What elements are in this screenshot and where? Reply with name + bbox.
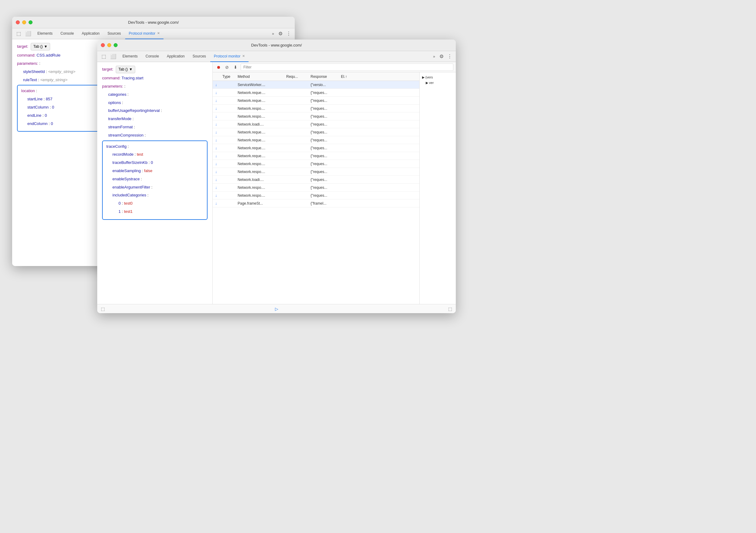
col-type: Type [221,74,236,79]
settings-icon-2[interactable]: ⚙ [438,53,446,59]
log-row-1[interactable]: ↓ Network.reque.... {"reques... [213,89,419,97]
devtools-tabs-2: ⬚ ⬜ Elements Console Application Sources… [97,51,456,62]
col-response: Response [309,74,340,79]
log-row-5[interactable]: ↓ Network.loadi.... {"reques... [213,121,419,128]
preview-content: ▶ {vers ▶ ver [422,75,453,85]
enableargumentfilter-param: enableArgumentFilter : [112,184,203,191]
main-content-2: target: Tab () ▼ command: Tracing.start … [97,62,456,304]
send-icon[interactable]: ▷ [275,306,278,311]
cat-0-param: 0 : test0 [119,200,203,207]
device-icon-1[interactable]: ⬜ [23,31,33,37]
log-row-15[interactable]: ↓ Page.frameSt... {"frameI... [213,199,419,207]
tab-console-1[interactable]: Console [57,28,77,39]
tab-elements-1[interactable]: Elements [34,28,56,39]
target-select-2[interactable]: Tab () ▼ [116,66,136,73]
minimize-button-2[interactable] [107,43,111,47]
more-tabs-icon-1[interactable]: » [270,32,276,36]
log-row-8[interactable]: ↓ Network.reque.... {"reques... [213,144,419,152]
log-row-9[interactable]: ↓ Network.reque.... {"reques... [213,152,419,160]
bottom-bar-2: ⬚ ▷ ⬚ [97,304,456,313]
cat-1-param: 1 : test1 [119,209,203,215]
command-row-2: command: Tracing.start [102,75,207,81]
command-panel-2: target: Tab () ▼ command: Tracing.start … [97,62,213,304]
param-transfermode: transferMode : [108,116,207,122]
param-streamformat: streamFormat : [108,124,207,130]
log-row-3[interactable]: ↓ Network.respo.... {"reques... [213,105,419,113]
tab-sources-1[interactable]: Sources [104,28,124,39]
target-row-2: target: Tab () ▼ [102,66,207,73]
log-header: Type Method Requ... Response El.↑ [213,72,419,81]
tab-elements-2[interactable]: Elements [119,51,141,62]
close-tab-icon-2[interactable]: ✕ [242,54,245,58]
row-method-0: ServiceWorker.... [236,83,285,87]
log-row-10[interactable]: ↓ Network.respo.... {"reques... [213,160,419,168]
row-response-0: {"versio... [309,83,340,87]
target-label-1: target: [17,43,28,50]
parameters-label-2: parameters: : [102,83,207,90]
traceconfig-label: traceConfig : [106,144,203,150]
log-row-7[interactable]: ↓ Network.reque.... {"reques... [213,136,419,144]
command-label-1: command: [17,53,36,57]
close-tab-icon-1[interactable]: ✕ [157,31,160,35]
tab-sources-2[interactable]: Sources [189,51,210,62]
log-row-0[interactable]: ↓ ServiceWorker.... {"versio... [213,81,419,89]
clear-button[interactable]: ⊘ [224,64,230,70]
window-title-1: DevTools - www.google.com/ [128,20,179,25]
inspect-icon-2[interactable]: ⬚ [100,53,108,59]
log-row-14[interactable]: ↓ Network.respo.... {"reques... [213,191,419,199]
tracebuffersize-param: traceBufferSizeInKb : 0 [112,160,203,166]
device-icon-2[interactable]: ⬜ [108,53,118,59]
param-categories: categories : [108,92,207,98]
col-request: Requ... [285,74,309,79]
menu-icon-1[interactable]: ⋮ [285,31,292,37]
traceconfig-box: traceConfig : recordMode : test traceBuf… [102,140,207,220]
log-row-11[interactable]: ↓ Network.respo.... {"reques... [213,168,419,176]
preview-panel: ▶ {vers ▶ ver [419,72,456,304]
inspect-icon-1[interactable]: ⬚ [14,31,23,37]
param-streamcompression: streamCompression : [108,132,207,139]
tab-application-2[interactable]: Application [163,51,188,62]
enablesystrace-param: enableSystrace : [112,176,203,182]
traffic-lights-2 [101,43,118,47]
recordmode-param: recordMode : test [112,152,203,158]
traffic-lights-1 [16,20,33,24]
devtools-window-2: DevTools - www.google.com/ ⬚ ⬜ Elements … [97,40,456,313]
command-value-1: CSS.addRule [37,53,61,57]
log-rows: ↓ ServiceWorker.... {"versio... ↓ Networ… [213,81,419,304]
tab-protocol-monitor-2[interactable]: Protocol monitor ✕ [210,51,249,62]
log-row-6[interactable]: ↓ Network.reque.... {"reques... [213,128,419,136]
log-row-2[interactable]: ↓ Network.reque.... {"reques... [213,97,419,105]
dock-icon-2[interactable]: ⬚ [101,306,105,311]
layout-icon[interactable]: ⬚ [448,306,452,311]
param-options: options : [108,100,207,106]
tab-console-2[interactable]: Console [142,51,163,62]
menu-icon-2[interactable]: ⋮ [446,53,453,59]
col-elapsed: El.↑ [340,74,355,79]
close-button-1[interactable] [16,20,20,24]
maximize-button-1[interactable] [29,20,33,24]
filter-input[interactable] [241,64,453,71]
more-tabs-icon-2[interactable]: » [431,54,437,59]
log-toolbar: ⏺ ⊘ ⬇ [213,62,456,72]
log-row-13[interactable]: ↓ Network.respo.... {"reques... [213,183,419,191]
close-button-2[interactable] [101,43,105,47]
row-arrow-0: ↓ [214,82,221,87]
maximize-button-2[interactable] [114,43,118,47]
tab-protocol-monitor-1[interactable]: Protocol monitor ✕ [125,28,163,39]
devtools-tabs-1: ⬚ ⬜ Elements Console Application Sources… [12,28,295,39]
download-button[interactable]: ⬇ [232,64,239,70]
window-title-2: DevTools - www.google.com/ [251,43,302,47]
record-button[interactable]: ⏺ [215,64,222,70]
tab-application-1[interactable]: Application [78,28,103,39]
includedcategories-param: includedCategories : [112,192,203,199]
param-buffer: bufferUsageReportingInterval : [108,108,207,114]
target-select-1[interactable]: Tab () ▼ [31,43,50,50]
settings-icon-1[interactable]: ⚙ [277,31,284,37]
log-content: Type Method Requ... Response El.↑ ↓ Serv… [213,72,456,304]
log-panel: ⏺ ⊘ ⬇ Type Method Requ... Response El.↑ [213,62,456,304]
log-row-4[interactable]: ↓ Network.respo.... {"reques... [213,113,419,121]
minimize-button-1[interactable] [22,20,26,24]
log-row-12[interactable]: ↓ Network.loadi.... {"reques... [213,176,419,183]
log-table-container: Type Method Requ... Response El.↑ ↓ Serv… [213,72,419,304]
titlebar-1: DevTools - www.google.com/ [12,17,295,28]
